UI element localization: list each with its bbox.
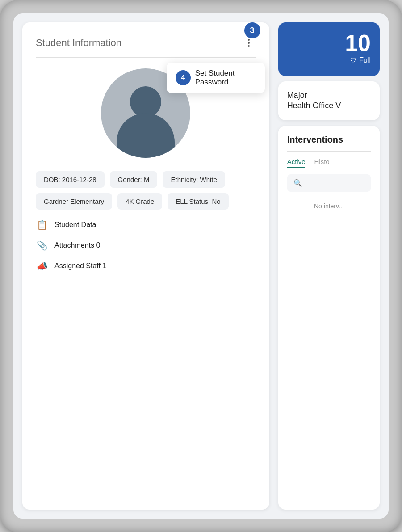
dropdown-menu: 4 Set Student Password	[167, 63, 265, 93]
avatar-figure	[117, 82, 175, 158]
tabs: Active Histo	[287, 158, 371, 168]
avatar-body	[117, 113, 175, 158]
step-3-badge: 3	[244, 22, 260, 38]
top-right-number: 10	[345, 31, 371, 55]
health-card-text: MajorHealth Office V	[287, 91, 341, 110]
student-data-label: Student Data	[54, 221, 96, 229]
dot1	[248, 39, 250, 41]
health-card-title: MajorHealth Office V	[287, 90, 371, 111]
info-tags: DOB: 2016-12-28 Gender: M Ethnicity: Whi…	[36, 171, 256, 210]
tab-active[interactable]: Active	[287, 158, 306, 168]
header-actions: 3 4 Set Student Password	[242, 36, 256, 50]
dot3	[248, 45, 250, 47]
screen: Student Information 3 4 Set Student Pass…	[13, 13, 389, 519]
ell-tag: ELL Status: No	[168, 193, 228, 210]
assigned-staff-icon: 📣	[36, 260, 48, 272]
health-card: MajorHealth Office V	[278, 81, 380, 120]
step-4-badge: 4	[176, 70, 191, 85]
interventions-divider	[287, 151, 371, 152]
attachments-link[interactable]: 📎 Attachments 0	[36, 239, 256, 252]
student-data-icon: 📋	[36, 219, 48, 231]
set-password-menu-item[interactable]: Set Student Password	[195, 69, 256, 87]
grade-tag: 4K Grade	[117, 193, 162, 210]
device-frame: Student Information 3 4 Set Student Pass…	[0, 0, 402, 532]
panel-header: Student Information 3 4 Set Student Pass…	[36, 36, 256, 50]
shield-icon: 🛡	[350, 57, 356, 64]
search-icon: 🔍	[293, 179, 302, 187]
school-tag: Gardner Elementary	[36, 193, 112, 210]
panel-title: Student Information	[36, 37, 121, 49]
dob-tag: DOB: 2016-12-28	[36, 171, 105, 188]
header-divider	[36, 57, 256, 58]
assigned-staff-label: Assigned Staff 1	[54, 262, 106, 270]
assigned-staff-link[interactable]: 📣 Assigned Staff 1	[36, 260, 256, 272]
info-links: 📋 Student Data 📎 Attachments 0 📣 Assigne…	[36, 219, 256, 272]
attachments-icon: 📎	[36, 239, 48, 252]
top-right-label-text: Full	[359, 56, 371, 64]
interventions-card: Interventions Active Histo 🔍 No interv..…	[278, 126, 380, 510]
no-interventions-text: No interv...	[287, 198, 371, 214]
top-right-label: 🛡 Full	[350, 56, 371, 64]
dot2	[248, 42, 250, 44]
attachments-label: Attachments 0	[54, 241, 100, 249]
top-right-card: 10 🛡 Full	[278, 22, 380, 76]
ethnicity-tag: Ethnicity: White	[163, 171, 225, 188]
interventions-title: Interventions	[287, 135, 371, 145]
right-panel: 10 🛡 Full MajorHealth Office V Intervent…	[278, 22, 380, 510]
student-info-panel: Student Information 3 4 Set Student Pass…	[22, 22, 269, 510]
gender-tag: Gender: M	[110, 171, 158, 188]
tab-history[interactable]: Histo	[314, 158, 329, 168]
search-box[interactable]: 🔍	[287, 174, 371, 192]
student-data-link[interactable]: 📋 Student Data	[36, 219, 256, 231]
